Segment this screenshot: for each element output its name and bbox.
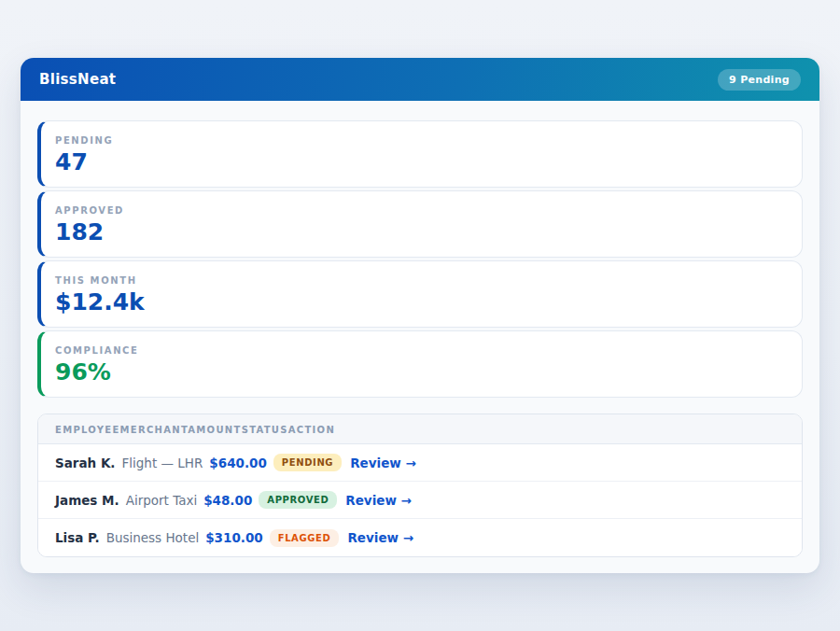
dashboard-body: PENDING 47 APPROVED 182 THIS MONTH $12.4… [21, 101, 819, 578]
pending-count-badge: 9 Pending [718, 69, 801, 91]
employee-name: Sarah K. [55, 456, 116, 470]
table-row: Lisa P. Business Hotel $310.00 FLAGGED R… [38, 519, 802, 556]
review-link[interactable]: Review → [347, 530, 413, 545]
column-header-status: STATUS [242, 425, 288, 435]
stat-value: $12.4k [55, 289, 787, 316]
merchant-name: Airport Taxi [126, 493, 198, 508]
stat-label: COMPLIANCE [55, 345, 787, 356]
review-link[interactable]: Review → [350, 456, 416, 470]
employee-name: James M. [55, 493, 119, 508]
expense-dashboard-card: BlissNeat 9 Pending PENDING 47 APPROVED … [21, 58, 819, 573]
table-row: James M. Airport Taxi $48.00 APPROVED Re… [38, 482, 802, 519]
status-badge: APPROVED [259, 491, 337, 509]
column-header-merchant: MERCHANT [120, 425, 189, 435]
stat-card-this-month: THIS MONTH $12.4k [37, 260, 803, 328]
expense-amount: $310.00 [205, 530, 263, 545]
employee-name: Lisa P. [55, 530, 100, 545]
app-title: BlissNeat [39, 71, 116, 88]
review-link[interactable]: Review → [345, 493, 412, 508]
stat-label: APPROVED [55, 205, 787, 216]
stat-card-approved: APPROVED 182 [37, 190, 803, 258]
stat-label: PENDING [55, 135, 787, 146]
expense-amount: $48.00 [203, 493, 252, 508]
stat-card-pending: PENDING 47 [37, 120, 803, 188]
stat-card-compliance: COMPLIANCE 96% [37, 330, 803, 398]
app-header: BlissNeat 9 Pending [21, 58, 819, 101]
expense-table: EMPLOYEEMERCHANTAMOUNTSTATUSACTION Sarah… [37, 414, 803, 557]
table-row: Sarah K. Flight — LHR $640.00 PENDING Re… [38, 444, 802, 482]
status-badge: PENDING [273, 454, 342, 471]
expense-amount: $640.00 [209, 456, 267, 470]
stat-value: 182 [55, 219, 787, 245]
stat-label: THIS MONTH [55, 275, 787, 286]
table-header-row: EMPLOYEEMERCHANTAMOUNTSTATUSACTION [38, 414, 802, 444]
column-header-amount: AMOUNT [188, 425, 241, 435]
stat-value: 47 [55, 149, 787, 175]
stat-value: 96% [55, 359, 787, 386]
column-header-action: ACTION [288, 425, 335, 435]
merchant-name: Flight — LHR [122, 456, 203, 470]
merchant-name: Business Hotel [106, 530, 200, 545]
status-badge: FLAGGED [270, 529, 340, 547]
column-header-employee: EMPLOYEE [55, 425, 120, 435]
